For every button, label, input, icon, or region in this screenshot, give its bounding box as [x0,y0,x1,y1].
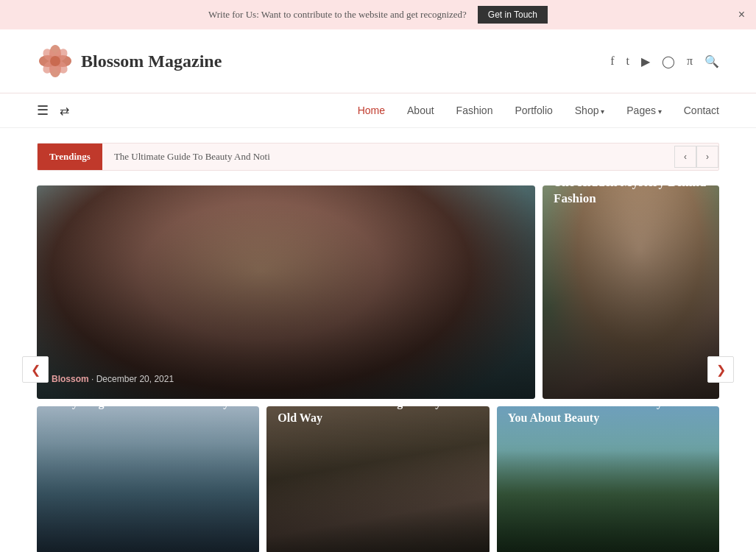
nav-item-pages[interactable]: Pages [626,104,661,117]
nav-menu: Home About Fashion Portfolio Shop Pages … [358,104,719,117]
svg-point-8 [50,56,60,66]
featured-card[interactable]: FASHION · LIFESTYLE Prioritizing Your Tr… [37,185,535,399]
youtube-icon[interactable]: ▶ [641,54,650,68]
bottom-card-0-title: Everything I Learned About Beauty [48,406,248,542]
side-card[interactable]: FOOD · LIFESTYLE The Hidden Mystery Behi… [543,185,719,399]
twitter-icon[interactable]: t [626,54,629,68]
get-in-touch-button[interactable]: Get in Touch [478,6,548,24]
bottom-card-2-overlay: FOOD · LIFESTYLE What Can The Music Indu… [497,406,719,552]
top-banner: Write for Us: Want to contribute to the … [0,0,756,29]
nav-link-pages: Pages [626,105,661,116]
side-card-title: The Hidden Mystery Behind Fashion [554,185,719,388]
banner-close-button[interactable]: × [738,8,745,21]
top-row: FASHION · LIFESTYLE Prioritizing Your Tr… [37,185,719,399]
nav-item-contact[interactable]: Contact [684,104,719,117]
bottom-card-2-title: What Can The Music Industry Teach You Ab… [508,406,708,542]
bottom-card-0-overlay: FASHION · LIFESTYLE Everything I Learned… [37,406,259,552]
nav-link-home: Home [358,105,385,116]
banner-text: Write for Us: Want to contribute to the … [208,9,467,21]
logo-text: Blossom Magazine [81,52,222,71]
featured-card-date-separator: · [91,374,96,384]
trending-nav: ‹ › [674,146,718,168]
side-card-overlay: FOOD · LIFESTYLE The Hidden Mystery Behi… [543,185,719,399]
nav-left-icons: ☰ ⇄ [37,102,69,118]
trending-label: Trendings [38,144,102,170]
trending-next-button[interactable]: › [696,146,718,168]
instagram-icon[interactable]: ◯ [662,54,675,68]
featured-card-date: December 20, 2021 [96,374,174,384]
shuffle-icon[interactable]: ⇄ [60,104,69,118]
nav-link-fashion: Fashion [456,105,493,116]
nav-item-fashion[interactable]: Fashion [456,104,493,117]
pinterest-icon[interactable]: π [687,54,693,68]
bottom-card-0[interactable]: FASHION · LIFESTYLE Everything I Learned… [37,406,259,552]
header: Blossom Magazine f t ▶ ◯ π 🔍 [0,29,756,93]
nav-link-contact: Contact [684,105,719,116]
bottom-card-2[interactable]: FOOD · LIFESTYLE What Can The Music Indu… [497,406,719,552]
bottom-card-1[interactable]: FOOD · LIFESTYLE Sick And Tired Of Doing… [266,406,489,552]
carousel-next-button[interactable]: ❯ [707,356,734,383]
nav-item-about[interactable]: About [407,104,434,117]
bottom-card-1-title: Sick And Tired Of Doing Beauty The Old W… [278,406,478,542]
content-area: ❮ ❯ FASHION · LIFESTYLE Prioritizing You… [0,185,756,552]
trending-bar: Trendings The Ultimate Guide To Beauty A… [37,143,719,171]
logo[interactable]: Blossom Magazine [37,43,222,79]
social-icons: f t ▶ ◯ π 🔍 [610,54,719,68]
search-icon[interactable]: 🔍 [704,54,719,68]
facebook-icon[interactable]: f [610,54,614,68]
nav-item-shop[interactable]: Shop [575,104,604,117]
featured-card-overlay: FASHION · LIFESTYLE Prioritizing Your Tr… [37,185,535,399]
carousel-wrapper: ❮ ❯ FASHION · LIFESTYLE Prioritizing You… [37,185,719,552]
nav-link-about: About [407,105,434,116]
nav-item-home[interactable]: Home [358,104,385,117]
bottom-row: FASHION · LIFESTYLE Everything I Learned… [37,406,719,552]
nav-item-portfolio[interactable]: Portfolio [515,104,552,117]
nav-bar: ☰ ⇄ Home About Fashion Portfolio Shop Pa… [0,93,756,128]
nav-link-portfolio: Portfolio [515,105,552,116]
carousel-prev-button[interactable]: ❮ [22,356,49,383]
menu-icon[interactable]: ☰ [37,102,49,118]
trending-text: The Ultimate Guide To Beauty And Noti [102,144,674,170]
featured-card-meta: Blossom · December 20, 2021 [52,374,520,384]
featured-card-author: Blossom [52,374,89,384]
logo-icon [37,43,74,79]
featured-card-title: Prioritizing Your Trend To Get Your Busi… [52,185,520,368]
nav-link-shop: Shop [575,105,604,116]
bottom-card-1-overlay: FOOD · LIFESTYLE Sick And Tired Of Doing… [266,406,489,552]
trending-prev-button[interactable]: ‹ [674,146,696,168]
